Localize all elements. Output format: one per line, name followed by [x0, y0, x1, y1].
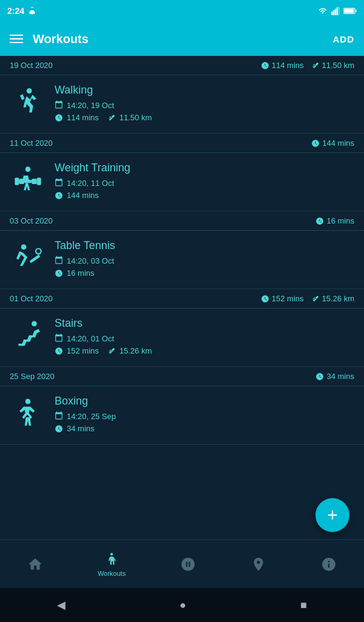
recents-button[interactable]: ■ [300, 599, 307, 612]
awards-icon [251, 556, 266, 572]
date-stats: 152 mins15.26 km [261, 294, 354, 303]
app-bar: Workouts ADD [0, 22, 364, 56]
svg-point-9 [27, 88, 32, 94]
workout-item[interactable]: Stairs 14:20, 01 Oct152 mins15.26 km [0, 309, 364, 366]
date-stats: 34 mins [315, 372, 354, 381]
workout-list: 19 Oct 2020 114 mins11.50 km Walking 14:… [0, 56, 364, 539]
nav-workouts-label: Workouts [98, 570, 126, 577]
svg-rect-13 [32, 179, 37, 184]
date-label: 19 Oct 2020 [10, 61, 53, 70]
bottom-nav: Workouts [0, 539, 364, 588]
date-stats: 114 mins11.50 km [261, 61, 354, 70]
battery-icon [343, 7, 357, 15]
date-header: 25 Sep 2020 34 mins [0, 367, 364, 386]
workout-info: Boxing 14:20, 25 Sep34 mins [55, 395, 354, 436]
add-button[interactable]: ADD [333, 34, 355, 44]
nav-workouts[interactable]: Workouts [98, 552, 126, 577]
workout-item[interactable]: Walking 14:20, 19 Oct114 mins11.50 km [0, 75, 364, 133]
fab-button[interactable]: + [315, 498, 349, 532]
notification-icon [28, 7, 36, 15]
workouts-nav-icon [104, 552, 120, 567]
nav-info[interactable] [321, 556, 337, 572]
workout-icon [10, 162, 46, 198]
date-label: 03 Oct 2020 [10, 216, 53, 225]
back-button[interactable]: ◀ [57, 598, 66, 612]
workout-info: Weight Training 14:20, 11 Oct144 mins [55, 162, 354, 202]
home-icon [27, 556, 43, 572]
workout-info: Table Tennis 14:20, 03 Oct16 mins [55, 239, 354, 280]
svg-rect-3 [335, 9, 336, 16]
date-header: 03 Oct 2020 16 mins [0, 211, 364, 231]
fab-plus-icon: + [327, 506, 338, 524]
svg-rect-11 [15, 178, 19, 185]
svg-rect-5 [339, 7, 340, 15]
status-icons [318, 7, 357, 15]
date-stats: 144 mins [311, 138, 354, 148]
date-header: 01 Oct 2020 152 mins15.26 km [0, 289, 364, 309]
home-button[interactable]: ● [180, 599, 186, 612]
date-section: 03 Oct 2020 16 mins Table Tennis 14:20, … [0, 211, 364, 289]
svg-rect-1 [331, 12, 332, 15]
workout-name: Table Tennis [55, 239, 354, 252]
date-label: 01 Oct 2020 [10, 294, 53, 303]
workout-item[interactable]: Table Tennis 14:20, 03 Oct16 mins [0, 231, 364, 289]
workout-item[interactable]: Weight Training 14:20, 11 Oct144 mins [0, 153, 364, 211]
signal-icon [331, 7, 340, 15]
app-title: Workouts [33, 32, 89, 46]
workout-icon [10, 84, 46, 120]
date-section: 25 Sep 2020 34 mins Boxing 14:20, 25 Sep… [0, 367, 364, 445]
date-section: 11 Oct 2020 144 mins Weight Training 14:… [0, 134, 364, 211]
menu-button[interactable] [10, 35, 23, 43]
svg-rect-4 [337, 7, 338, 15]
nav-trophy[interactable] [180, 556, 196, 572]
app-bar-left: Workouts [10, 32, 89, 46]
workout-icon [10, 239, 46, 276]
status-time: 2:24 [7, 6, 36, 16]
nav-awards[interactable] [251, 556, 266, 572]
time-label: 2:24 [7, 6, 24, 16]
nav-home[interactable] [27, 556, 43, 572]
svg-rect-2 [333, 10, 334, 15]
trophy-icon [180, 556, 196, 572]
date-header: 19 Oct 2020 114 mins11.50 km [0, 56, 364, 75]
date-stats: 16 mins [315, 216, 354, 225]
workout-icon [10, 317, 46, 354]
date-section: 01 Oct 2020 152 mins15.26 km Stairs 14:2… [0, 289, 364, 367]
svg-point-16 [21, 244, 27, 250]
date-label: 11 Oct 2020 [10, 138, 53, 148]
wifi-icon [318, 7, 328, 15]
svg-point-18 [36, 248, 41, 254]
workout-item[interactable]: Boxing 14:20, 25 Sep34 mins [0, 386, 364, 444]
svg-point-22 [110, 553, 113, 555]
svg-point-19 [32, 321, 37, 327]
workout-name: Walking [55, 84, 354, 97]
status-bar: 2:24 [0, 0, 364, 22]
svg-point-21 [25, 399, 31, 405]
workout-name: Stairs [55, 317, 354, 330]
workout-name: Weight Training [55, 162, 354, 174]
workout-info: Walking 14:20, 19 Oct114 mins11.50 km [55, 84, 354, 125]
android-nav: ◀ ● ■ [0, 588, 364, 622]
svg-rect-14 [37, 178, 41, 185]
date-section: 19 Oct 2020 114 mins11.50 km Walking 14:… [0, 56, 364, 134]
workout-info: Stairs 14:20, 01 Oct152 mins15.26 km [55, 317, 354, 358]
date-label: 25 Sep 2020 [10, 372, 55, 381]
info-icon [321, 556, 337, 572]
svg-rect-17 [29, 255, 40, 263]
svg-rect-8 [344, 9, 354, 13]
workout-icon [10, 395, 46, 431]
svg-rect-7 [355, 10, 356, 12]
svg-point-10 [25, 166, 31, 172]
workout-name: Boxing [55, 395, 354, 408]
date-header: 11 Oct 2020 144 mins [0, 134, 364, 153]
svg-rect-0 [31, 7, 33, 8]
